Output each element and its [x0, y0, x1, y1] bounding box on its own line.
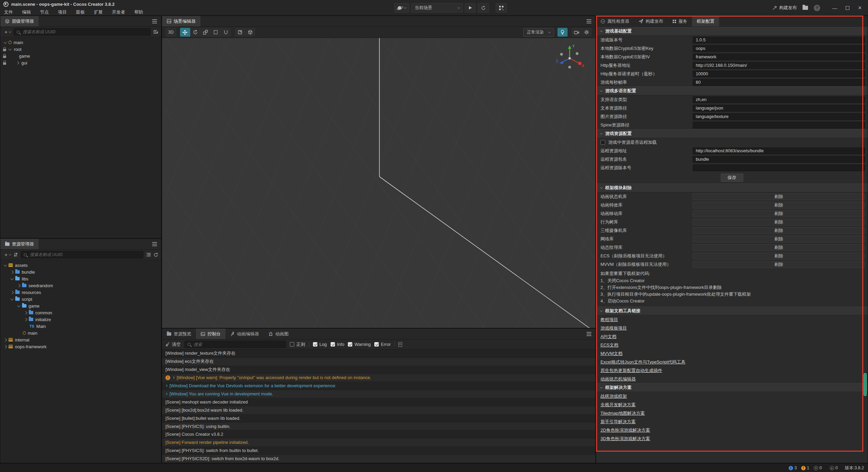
assets-search[interactable] [21, 251, 143, 258]
filter-warning-checkbox[interactable]: Warning [348, 342, 371, 347]
assets-search-input[interactable] [29, 252, 140, 257]
link-api-docs[interactable]: API文档 [600, 334, 616, 340]
notification-count[interactable]: ♦ 0 [830, 466, 838, 470]
orientation-gizmo[interactable]: Y X Z [555, 43, 585, 74]
checkbox-icon[interactable] [600, 140, 605, 145]
hierarchy-node-root[interactable]: root [0, 46, 161, 53]
asset-node-initialize[interactable]: initialize [0, 316, 161, 323]
languages-input[interactable] [693, 96, 865, 103]
tab-framework-config[interactable]: 框架配置 [692, 16, 719, 26]
expand-icon[interactable] [17, 284, 21, 287]
expand-icon[interactable] [11, 297, 14, 300]
console-log-row[interactable]: [Window] model_view文件夹存在 [162, 366, 595, 374]
asset-node-oops-framework[interactable]: oops-framework [0, 343, 161, 350]
info-count[interactable]: i 3 [789, 466, 797, 470]
link-animator-editor[interactable]: 动画状态机编辑器 [600, 376, 636, 382]
asset-node-resources[interactable]: resources [0, 289, 161, 296]
tab-asset-preview[interactable]: 资源预览 [162, 329, 196, 339]
link-wargame-framework[interactable]: 战棋游戏框架 [600, 393, 627, 399]
remove-camera-button[interactable]: 剔除 [693, 227, 865, 234]
expand-icon[interactable] [24, 318, 27, 321]
menu-file[interactable]: 文件 [4, 9, 13, 15]
minimize-button[interactable]: — [831, 5, 838, 11]
create-node-button[interactable]: ＋ [3, 29, 11, 35]
remote-res-url-input[interactable] [693, 148, 865, 154]
section-i18n-config[interactable]: 游戏多语言配置 [596, 86, 868, 95]
link-tiledmap-solution[interactable]: Tiledmap地图解决方案 [600, 410, 645, 416]
hierarchy-menu-button[interactable] [148, 16, 161, 26]
move-tool-button[interactable] [180, 28, 190, 37]
tab-animation-editor[interactable]: 动画编辑器 [225, 329, 264, 339]
link-2d-rpg-solution[interactable]: 2D角色扮演游戏解决方案 [600, 427, 650, 433]
maximize-button[interactable] [844, 5, 851, 11]
section-game-basic-config[interactable]: 游戏基础配置 [596, 27, 868, 36]
refresh-assets-button[interactable] [154, 253, 158, 257]
clear-console-button[interactable]: 清空 [165, 341, 181, 348]
asset-node-game[interactable]: game [0, 302, 161, 309]
error-count[interactable]: × 0 [814, 466, 822, 470]
link-hotupdate-plugin[interactable]: 原生包热更新配置自动生成插件 [600, 368, 662, 374]
menu-extension[interactable]: 扩展 [94, 9, 103, 15]
lock-icon[interactable] [3, 62, 6, 65]
anchor-tool-button[interactable] [221, 28, 231, 37]
expand-icon[interactable] [11, 277, 14, 280]
remove-animator-button[interactable]: 剔除 [693, 193, 865, 200]
texture-res-path-input[interactable] [693, 113, 865, 120]
crypto-iv-input[interactable] [693, 54, 865, 60]
console-search[interactable] [184, 341, 286, 348]
asset-node-common[interactable]: common [0, 309, 161, 316]
scene-settings-button[interactable] [581, 28, 592, 37]
remote-load-checkbox-row[interactable]: 游戏中资源是否远程加载 [596, 138, 868, 146]
close-button[interactable]: × [856, 4, 863, 12]
crypto-key-input[interactable] [693, 45, 865, 52]
remove-behavior-tree-button[interactable]: 剔除 [693, 219, 865, 225]
console-log-row[interactable]: [Scene] [box2d]:box2d wasm lib loaded. [162, 406, 595, 414]
asset-node-script[interactable]: script [0, 296, 161, 302]
spine-res-path-input[interactable] [693, 122, 865, 129]
expand-icon[interactable] [165, 385, 167, 387]
expand-icon[interactable] [17, 304, 21, 307]
console-log-row[interactable]: [Scene] [PHYSICS]: switch from builtin t… [162, 447, 595, 455]
expand-icon[interactable] [165, 393, 167, 395]
console-log-row[interactable]: [Scene] [bullet]:bullet wasm lib loaded. [162, 414, 595, 422]
tab-build-publish[interactable]: 构建发布 [634, 16, 668, 26]
link-3d-rpg-solution[interactable]: 3D角色扮演游戏解决方案 [600, 436, 650, 442]
console-log-row[interactable]: [Scene] Cocos Creator v3.8.2 [162, 430, 595, 438]
console-warning-row[interactable]: ! [Window] [Vue warn]: Property "onInput… [162, 374, 595, 382]
console-warning-row[interactable]: [Scene] Forward render pipeline initiali… [162, 438, 595, 447]
camera-settings-button[interactable] [571, 28, 581, 37]
tab-assets[interactable]: 资源管理器 [0, 239, 39, 249]
menu-panel[interactable]: 面板 [76, 9, 85, 15]
expand-icon[interactable] [172, 376, 175, 379]
link-guide-solution[interactable]: 新手引导解决方案 [600, 419, 636, 425]
toggle-3d-button[interactable]: 3D [165, 28, 176, 37]
section-module-trim[interactable]: 框架模块剔除 [596, 183, 868, 192]
link-mvvm-docs[interactable]: MVVM文档 [600, 351, 623, 357]
scene-select[interactable]: 当前场景 [411, 3, 463, 13]
tab-inspector[interactable]: 属性检查器 [596, 16, 634, 26]
remove-mvvm-button[interactable]: 剔除 [693, 261, 865, 268]
tab-services[interactable]: 服务 [668, 16, 692, 26]
preview-qr-button[interactable] [496, 3, 507, 13]
scrollbar-thumb[interactable] [864, 373, 867, 396]
link-ecs-docs[interactable]: ECS文档 [600, 342, 618, 348]
console-search-input[interactable] [193, 342, 283, 347]
console-log-row[interactable]: [Scene] [PHYSICS]: using builtin. [162, 422, 595, 431]
hierarchy-filter-button[interactable] [153, 30, 158, 34]
open-project-folder-icon[interactable] [803, 6, 808, 10]
menu-project[interactable]: 项目 [58, 9, 67, 15]
assets-menu-button[interactable] [148, 239, 161, 249]
game-version-input[interactable] [693, 37, 865, 43]
hierarchy-search-input[interactable] [22, 29, 147, 35]
expand-icon[interactable] [11, 291, 14, 294]
remote-res-version-input[interactable] [693, 164, 865, 171]
http-timeout-input[interactable] [693, 71, 865, 77]
asset-node-main-scene[interactable]: main [0, 330, 161, 336]
render-mode-select[interactable]: 正常渲染 [523, 28, 554, 37]
expand-icon[interactable] [4, 263, 7, 267]
asset-node-libs[interactable]: libs [0, 275, 161, 282]
snap-settings-button[interactable] [235, 28, 245, 37]
link-fullstack-solution[interactable]: 全栈开发解决方案 [600, 402, 636, 408]
expand-icon[interactable] [8, 47, 12, 51]
tab-hierarchy[interactable]: 层级管理器 [0, 16, 39, 26]
